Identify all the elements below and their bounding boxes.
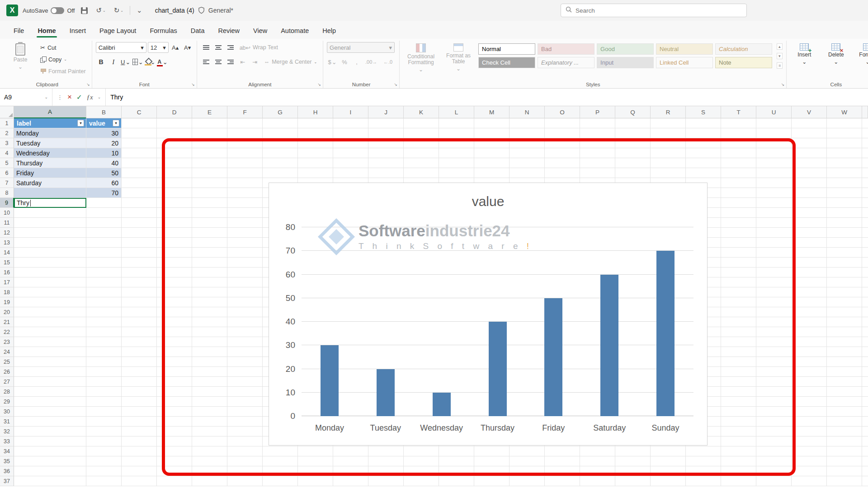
cell-B21[interactable] (86, 317, 122, 327)
cell-V30[interactable] (792, 407, 827, 417)
cell-D29[interactable] (157, 397, 192, 407)
cell-U34[interactable] (756, 446, 792, 456)
cell-D4[interactable] (157, 148, 192, 158)
align-bottom-button[interactable] (225, 42, 236, 53)
cell-T24[interactable] (721, 347, 756, 357)
cell-L3[interactable] (439, 138, 474, 148)
cell-G1[interactable] (263, 118, 298, 128)
cell-U31[interactable] (756, 417, 792, 427)
cell-C26[interactable] (122, 367, 157, 377)
filter-button[interactable]: ▾ (113, 120, 119, 127)
cell-N35[interactable] (509, 456, 545, 466)
cell-C10[interactable] (122, 208, 157, 218)
column-header-K[interactable]: K (404, 106, 439, 118)
row-header-16[interactable]: 16 (0, 267, 14, 277)
cell-F4[interactable] (227, 148, 263, 158)
cell-F10[interactable] (227, 208, 263, 218)
cell-F29[interactable] (227, 397, 263, 407)
cell-W17[interactable] (827, 277, 862, 287)
cell-B28[interactable] (86, 387, 122, 397)
cell-W9[interactable] (827, 198, 862, 208)
cell-O34[interactable] (545, 446, 580, 456)
cell-I2[interactable] (333, 128, 368, 138)
tab-data[interactable]: Data (184, 23, 211, 39)
cell-B10[interactable] (86, 208, 122, 218)
cell-E6[interactable] (192, 168, 227, 178)
cell-A23[interactable] (14, 337, 86, 347)
cell-Q37[interactable] (615, 476, 651, 486)
cell-V12[interactable] (792, 228, 827, 238)
align-center-button[interactable] (213, 56, 224, 67)
cell-I5[interactable] (333, 158, 368, 168)
cell-F21[interactable] (227, 317, 263, 327)
cell-M4[interactable] (474, 148, 509, 158)
cell-F26[interactable] (227, 367, 263, 377)
cell-D8[interactable] (157, 188, 192, 198)
cell-A18[interactable] (14, 287, 86, 297)
number-dialog-launcher[interactable]: ↘ (394, 82, 398, 87)
cell-E3[interactable] (192, 138, 227, 148)
cell-D17[interactable] (157, 277, 192, 287)
cell-C6[interactable] (122, 168, 157, 178)
cell-R3[interactable] (651, 138, 686, 148)
cell-B33[interactable] (86, 436, 122, 446)
customize-quick-access-button[interactable]: ⌄ (135, 5, 144, 16)
cell-F23[interactable] (227, 337, 263, 347)
cell-A15[interactable] (14, 258, 86, 267)
cell-W23[interactable] (827, 337, 862, 347)
cell-U16[interactable] (756, 267, 792, 277)
cell-T3[interactable] (721, 138, 756, 148)
cell-A19[interactable] (14, 297, 86, 307)
cell-W2[interactable] (827, 128, 862, 138)
cell-G37[interactable] (263, 476, 298, 486)
cell-U23[interactable] (756, 337, 792, 347)
cell-C14[interactable] (122, 248, 157, 258)
cell-U10[interactable] (756, 208, 792, 218)
cell-V11[interactable] (792, 218, 827, 228)
cell-L4[interactable] (439, 148, 474, 158)
cell-E22[interactable] (192, 327, 227, 337)
cell-V2[interactable] (792, 128, 827, 138)
cell-W4[interactable] (827, 148, 862, 158)
cell-I37[interactable] (333, 476, 368, 486)
cell-W36[interactable] (827, 466, 862, 476)
cell-V29[interactable] (792, 397, 827, 407)
cell-A17[interactable] (14, 277, 86, 287)
cell-K6[interactable] (404, 168, 439, 178)
cell-E29[interactable] (192, 397, 227, 407)
cell-F33[interactable] (227, 436, 263, 446)
cell-U2[interactable] (756, 128, 792, 138)
cell-T20[interactable] (721, 307, 756, 317)
cell-L34[interactable] (439, 446, 474, 456)
cell-E32[interactable] (192, 427, 227, 436)
cell-L36[interactable] (439, 466, 474, 476)
cell-W35[interactable] (827, 456, 862, 466)
cell-B18[interactable] (86, 287, 122, 297)
cell-V24[interactable] (792, 347, 827, 357)
gallery-scroll-up-icon[interactable]: ▴ (777, 43, 783, 50)
sensitivity-label[interactable]: General* (208, 7, 233, 14)
cell-J1[interactable] (368, 118, 404, 128)
cell-V22[interactable] (792, 327, 827, 337)
cell-F8[interactable] (227, 188, 263, 198)
row-header-14[interactable]: 14 (0, 248, 14, 258)
cell-B3[interactable]: 20 (86, 138, 122, 148)
column-header-G[interactable]: G (263, 106, 298, 118)
row-header-33[interactable]: 33 (0, 436, 14, 446)
cell-C12[interactable] (122, 228, 157, 238)
cell-I34[interactable] (333, 446, 368, 456)
cell-R36[interactable] (651, 466, 686, 476)
cell-U13[interactable] (756, 238, 792, 248)
cell-C24[interactable] (122, 347, 157, 357)
cell-G4[interactable] (263, 148, 298, 158)
cell-G34[interactable] (263, 446, 298, 456)
cell-U35[interactable] (756, 456, 792, 466)
format-cells-button[interactable]: Format ⌄ (854, 42, 868, 67)
conditional-formatting-button[interactable]: Conditional Formatting ⌄ (403, 42, 439, 75)
cell-B8[interactable]: 70 (86, 188, 122, 198)
cell-E33[interactable] (192, 436, 227, 446)
cell-D37[interactable] (157, 476, 192, 486)
format-as-table-button[interactable]: Format as Table ⌄ (442, 42, 475, 74)
cell-A30[interactable] (14, 407, 86, 417)
cell-D26[interactable] (157, 367, 192, 377)
